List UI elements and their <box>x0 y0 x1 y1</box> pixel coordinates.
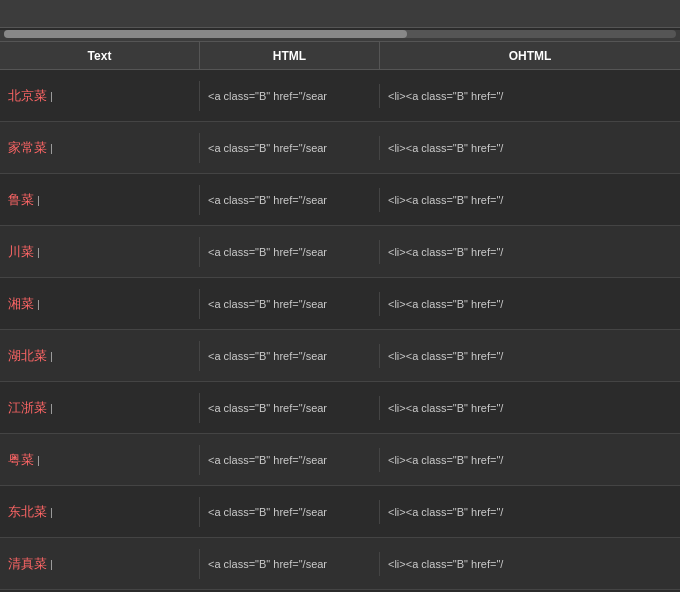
cell-html-10: <a class="B" href="/sear <box>200 552 380 576</box>
text-main: 湘菜 <box>8 295 34 313</box>
cell-html-7: <a class="B" href="/sear <box>200 396 380 420</box>
cell-text-6: 湖北菜 | <box>0 341 200 371</box>
cell-html-5: <a class="B" href="/sear <box>200 292 380 316</box>
text-main: 湖北菜 <box>8 347 47 365</box>
table-row: 北京菜 | <a class="B" href="/sear<li><a cla… <box>0 70 680 122</box>
table-row: 湘菜 | <a class="B" href="/sear<li><a clas… <box>0 278 680 330</box>
scrollbar-area[interactable] <box>0 30 680 42</box>
text-sub: | <box>47 90 56 102</box>
cell-ohtml-6: <li><a class="B" href="/ <box>380 344 680 368</box>
table-row: 江浙菜 | <a class="B" href="/sear<li><a cla… <box>0 382 680 434</box>
cell-text-4: 川菜 | <box>0 237 200 267</box>
table-row: 鲁菜 | <a class="B" href="/sear<li><a clas… <box>0 174 680 226</box>
column-header-html: HTML <box>200 42 380 69</box>
cell-ohtml-2: <li><a class="B" href="/ <box>380 136 680 160</box>
text-main: 粤菜 <box>8 451 34 469</box>
text-sub: | <box>34 194 43 206</box>
text-sub: | <box>47 558 56 570</box>
table-row: 粤菜 | <a class="B" href="/sear<li><a clas… <box>0 434 680 486</box>
cell-ohtml-4: <li><a class="B" href="/ <box>380 240 680 264</box>
table-row: 湖北菜 | <a class="B" href="/sear<li><a cla… <box>0 330 680 382</box>
table-row: 家常菜 | <a class="B" href="/sear<li><a cla… <box>0 122 680 174</box>
data-table: Text HTML OHTML 北京菜 | <a class="B" href=… <box>0 42 680 590</box>
cell-ohtml-9: <li><a class="B" href="/ <box>380 500 680 524</box>
cell-html-1: <a class="B" href="/sear <box>200 84 380 108</box>
cell-text-5: 湘菜 | <box>0 289 200 319</box>
table-body: 北京菜 | <a class="B" href="/sear<li><a cla… <box>0 70 680 590</box>
column-header-text: Text <box>0 42 200 69</box>
cell-text-9: 东北菜 | <box>0 497 200 527</box>
column-header-ohtml: OHTML <box>380 42 680 69</box>
text-sub: | <box>47 506 56 518</box>
table-row: 清真菜 | <a class="B" href="/sear<li><a cla… <box>0 538 680 590</box>
cell-ohtml-7: <li><a class="B" href="/ <box>380 396 680 420</box>
text-sub: | <box>47 402 56 414</box>
cell-html-6: <a class="B" href="/sear <box>200 344 380 368</box>
scrollbar-thumb <box>4 30 407 38</box>
table-row: 东北菜 | <a class="B" href="/sear<li><a cla… <box>0 486 680 538</box>
cell-html-8: <a class="B" href="/sear <box>200 448 380 472</box>
cell-ohtml-8: <li><a class="B" href="/ <box>380 448 680 472</box>
scrollbar-track <box>4 30 676 38</box>
cell-text-10: 清真菜 | <box>0 549 200 579</box>
text-sub: | <box>47 350 56 362</box>
cell-ohtml-3: <li><a class="B" href="/ <box>380 188 680 212</box>
cell-text-2: 家常菜 | <box>0 133 200 163</box>
text-sub: | <box>34 246 43 258</box>
cell-html-4: <a class="B" href="/sear <box>200 240 380 264</box>
cell-html-2: <a class="B" href="/sear <box>200 136 380 160</box>
text-main: 东北菜 <box>8 503 47 521</box>
text-main: 北京菜 <box>8 87 47 105</box>
cell-text-7: 江浙菜 | <box>0 393 200 423</box>
text-main: 川菜 <box>8 243 34 261</box>
cell-text-1: 北京菜 | <box>0 81 200 111</box>
cell-text-8: 粤菜 | <box>0 445 200 475</box>
top-bar <box>0 0 680 28</box>
cell-html-3: <a class="B" href="/sear <box>200 188 380 212</box>
text-main: 江浙菜 <box>8 399 47 417</box>
text-main: 家常菜 <box>8 139 47 157</box>
cell-html-9: <a class="B" href="/sear <box>200 500 380 524</box>
table-header: Text HTML OHTML <box>0 42 680 70</box>
text-sub: | <box>34 298 43 310</box>
cell-text-3: 鲁菜 | <box>0 185 200 215</box>
cell-ohtml-10: <li><a class="B" href="/ <box>380 552 680 576</box>
cell-ohtml-5: <li><a class="B" href="/ <box>380 292 680 316</box>
text-sub: | <box>47 142 56 154</box>
table-row: 川菜 | <a class="B" href="/sear<li><a clas… <box>0 226 680 278</box>
text-main: 鲁菜 <box>8 191 34 209</box>
text-sub: | <box>34 454 43 466</box>
text-main: 清真菜 <box>8 555 47 573</box>
cell-ohtml-1: <li><a class="B" href="/ <box>380 84 680 108</box>
